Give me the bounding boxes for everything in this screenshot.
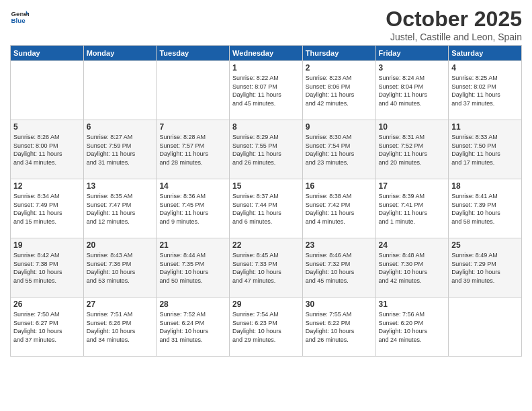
- day-number: 14: [159, 181, 226, 191]
- day-info: Sunrise: 8:44 AM Sunset: 7:35 PM Dayligh…: [159, 251, 226, 285]
- day-info: Sunrise: 8:37 AM Sunset: 7:44 PM Dayligh…: [232, 192, 300, 226]
- day-info: Sunrise: 8:36 AM Sunset: 7:45 PM Dayligh…: [159, 192, 226, 226]
- day-number: 15: [232, 181, 300, 191]
- day-cell-29: 29Sunrise: 7:54 AM Sunset: 6:23 PM Dayli…: [230, 298, 303, 357]
- day-info: Sunrise: 8:38 AM Sunset: 7:42 PM Dayligh…: [306, 192, 373, 226]
- day-number: 23: [306, 240, 373, 250]
- calendar: SundayMondayTuesdayWednesdayThursdayFrid…: [10, 45, 522, 357]
- day-number: 13: [87, 181, 154, 191]
- day-cell-31: 31Sunrise: 7:56 AM Sunset: 6:20 PM Dayli…: [375, 298, 449, 357]
- day-cell-26: 26Sunrise: 7:50 AM Sunset: 6:27 PM Dayli…: [11, 298, 84, 357]
- empty-cell: [83, 61, 157, 120]
- header: General Blue October 2025 Justel, Castil…: [10, 7, 522, 42]
- day-cell-20: 20Sunrise: 8:43 AM Sunset: 7:36 PM Dayli…: [83, 238, 157, 298]
- day-number: 12: [13, 181, 81, 191]
- day-cell-11: 11Sunrise: 8:33 AM Sunset: 7:50 PM Dayli…: [449, 120, 522, 179]
- day-number: 2: [306, 63, 373, 73]
- day-number: 16: [306, 181, 373, 191]
- day-info: Sunrise: 8:28 AM Sunset: 7:57 PM Dayligh…: [159, 133, 226, 167]
- day-info: Sunrise: 8:48 AM Sunset: 7:30 PM Dayligh…: [379, 251, 446, 285]
- day-number: 30: [306, 300, 373, 309]
- day-number: 17: [379, 181, 446, 191]
- day-cell-24: 24Sunrise: 8:48 AM Sunset: 7:30 PM Dayli…: [375, 238, 449, 298]
- day-info: Sunrise: 7:56 AM Sunset: 6:20 PM Dayligh…: [379, 310, 446, 344]
- day-cell-8: 8Sunrise: 8:29 AM Sunset: 7:55 PM Daylig…: [230, 120, 303, 179]
- day-number: 3: [379, 63, 446, 73]
- day-cell-12: 12Sunrise: 8:34 AM Sunset: 7:49 PM Dayli…: [11, 179, 84, 238]
- day-cell-1: 1Sunrise: 8:22 AM Sunset: 8:07 PM Daylig…: [230, 61, 303, 120]
- day-cell-13: 13Sunrise: 8:35 AM Sunset: 7:47 PM Dayli…: [83, 179, 157, 238]
- weekday-friday: Friday: [375, 46, 449, 61]
- empty-cell: [11, 61, 84, 120]
- day-cell-21: 21Sunrise: 8:44 AM Sunset: 7:35 PM Dayli…: [157, 238, 230, 298]
- week-row-4: 19Sunrise: 8:42 AM Sunset: 7:38 PM Dayli…: [11, 238, 522, 298]
- day-info: Sunrise: 8:34 AM Sunset: 7:49 PM Dayligh…: [13, 192, 81, 226]
- day-info: Sunrise: 7:52 AM Sunset: 6:24 PM Dayligh…: [159, 310, 226, 344]
- day-cell-9: 9Sunrise: 8:30 AM Sunset: 7:54 PM Daylig…: [302, 120, 375, 179]
- day-number: 19: [13, 240, 81, 250]
- svg-text:Blue: Blue: [11, 17, 26, 24]
- empty-cell: [449, 298, 522, 357]
- week-row-1: 1Sunrise: 8:22 AM Sunset: 8:07 PM Daylig…: [11, 61, 522, 120]
- day-info: Sunrise: 7:51 AM Sunset: 6:26 PM Dayligh…: [87, 310, 154, 344]
- month-title: October 2025: [386, 7, 522, 32]
- day-cell-10: 10Sunrise: 8:31 AM Sunset: 7:52 PM Dayli…: [375, 120, 449, 179]
- day-cell-23: 23Sunrise: 8:46 AM Sunset: 7:32 PM Dayli…: [302, 238, 375, 298]
- day-number: 18: [451, 181, 519, 191]
- weekday-monday: Monday: [83, 46, 157, 61]
- day-number: 8: [232, 122, 300, 132]
- day-number: 10: [379, 122, 446, 132]
- weekday-saturday: Saturday: [449, 46, 522, 61]
- day-info: Sunrise: 8:43 AM Sunset: 7:36 PM Dayligh…: [87, 251, 154, 285]
- day-cell-22: 22Sunrise: 8:45 AM Sunset: 7:33 PM Dayli…: [230, 238, 303, 298]
- location-title: Justel, Castille and Leon, Spain: [386, 32, 522, 42]
- day-cell-14: 14Sunrise: 8:36 AM Sunset: 7:45 PM Dayli…: [157, 179, 230, 238]
- day-number: 20: [87, 240, 154, 250]
- day-cell-27: 27Sunrise: 7:51 AM Sunset: 6:26 PM Dayli…: [83, 298, 157, 357]
- day-cell-16: 16Sunrise: 8:38 AM Sunset: 7:42 PM Dayli…: [302, 179, 375, 238]
- day-number: 22: [232, 240, 300, 250]
- day-info: Sunrise: 8:23 AM Sunset: 8:06 PM Dayligh…: [306, 74, 373, 107]
- day-number: 7: [159, 122, 226, 132]
- day-info: Sunrise: 8:27 AM Sunset: 7:59 PM Dayligh…: [87, 133, 154, 167]
- weekday-tuesday: Tuesday: [157, 46, 230, 61]
- day-number: 4: [451, 63, 519, 73]
- day-info: Sunrise: 8:33 AM Sunset: 7:50 PM Dayligh…: [451, 133, 519, 167]
- day-number: 6: [87, 122, 154, 132]
- day-number: 26: [13, 300, 81, 309]
- weekday-header-row: SundayMondayTuesdayWednesdayThursdayFrid…: [11, 46, 522, 61]
- day-info: Sunrise: 8:45 AM Sunset: 7:33 PM Dayligh…: [232, 251, 300, 285]
- weekday-wednesday: Wednesday: [230, 46, 303, 61]
- day-number: 9: [306, 122, 373, 132]
- day-cell-6: 6Sunrise: 8:27 AM Sunset: 7:59 PM Daylig…: [83, 120, 157, 179]
- title-block: October 2025 Justel, Castille and Leon, …: [386, 7, 522, 42]
- day-info: Sunrise: 8:31 AM Sunset: 7:52 PM Dayligh…: [379, 133, 446, 167]
- day-cell-7: 7Sunrise: 8:28 AM Sunset: 7:57 PM Daylig…: [157, 120, 230, 179]
- day-cell-28: 28Sunrise: 7:52 AM Sunset: 6:24 PM Dayli…: [157, 298, 230, 357]
- day-cell-25: 25Sunrise: 8:49 AM Sunset: 7:29 PM Dayli…: [449, 238, 522, 298]
- day-info: Sunrise: 8:39 AM Sunset: 7:41 PM Dayligh…: [379, 192, 446, 226]
- day-info: Sunrise: 8:24 AM Sunset: 8:04 PM Dayligh…: [379, 74, 446, 107]
- day-cell-19: 19Sunrise: 8:42 AM Sunset: 7:38 PM Dayli…: [11, 238, 84, 298]
- empty-cell: [157, 61, 230, 120]
- day-info: Sunrise: 8:26 AM Sunset: 8:00 PM Dayligh…: [13, 133, 81, 167]
- day-info: Sunrise: 7:54 AM Sunset: 6:23 PM Dayligh…: [232, 310, 300, 344]
- day-cell-4: 4Sunrise: 8:25 AM Sunset: 8:02 PM Daylig…: [449, 61, 522, 120]
- week-row-2: 5Sunrise: 8:26 AM Sunset: 8:00 PM Daylig…: [11, 120, 522, 179]
- week-row-5: 26Sunrise: 7:50 AM Sunset: 6:27 PM Dayli…: [11, 298, 522, 357]
- day-info: Sunrise: 8:25 AM Sunset: 8:02 PM Dayligh…: [451, 74, 519, 107]
- day-cell-3: 3Sunrise: 8:24 AM Sunset: 8:04 PM Daylig…: [375, 61, 449, 120]
- day-cell-17: 17Sunrise: 8:39 AM Sunset: 7:41 PM Dayli…: [375, 179, 449, 238]
- day-info: Sunrise: 7:50 AM Sunset: 6:27 PM Dayligh…: [13, 310, 81, 344]
- day-number: 24: [379, 240, 446, 250]
- week-row-3: 12Sunrise: 8:34 AM Sunset: 7:49 PM Dayli…: [11, 179, 522, 238]
- logo-icon: General Blue: [10, 7, 29, 26]
- day-info: Sunrise: 8:30 AM Sunset: 7:54 PM Dayligh…: [306, 133, 373, 167]
- day-number: 21: [159, 240, 226, 250]
- day-number: 25: [451, 240, 519, 250]
- day-info: Sunrise: 8:42 AM Sunset: 7:38 PM Dayligh…: [13, 251, 81, 285]
- day-info: Sunrise: 8:22 AM Sunset: 8:07 PM Dayligh…: [232, 74, 300, 107]
- day-number: 5: [13, 122, 81, 132]
- day-info: Sunrise: 7:55 AM Sunset: 6:22 PM Dayligh…: [306, 310, 373, 344]
- day-info: Sunrise: 8:46 AM Sunset: 7:32 PM Dayligh…: [306, 251, 373, 285]
